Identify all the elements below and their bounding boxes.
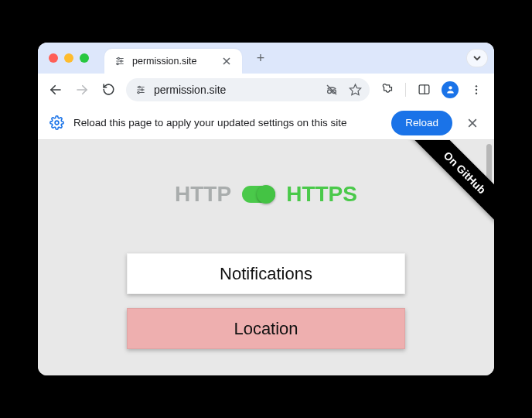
- forward-button[interactable]: [70, 78, 94, 101]
- back-button[interactable]: [44, 78, 67, 101]
- http-label[interactable]: HTTP: [175, 182, 231, 207]
- side-panel-button[interactable]: [412, 78, 435, 101]
- traffic-lights: [44, 53, 98, 63]
- svg-point-23: [476, 85, 477, 87]
- tab-close-button[interactable]: [220, 55, 233, 67]
- svg-point-25: [476, 92, 477, 94]
- browser-tab[interactable]: permission.site: [104, 49, 242, 74]
- infobar-message: Reload this page to apply your updated s…: [73, 117, 382, 128]
- gear-icon: [49, 115, 64, 131]
- separator: [405, 83, 406, 97]
- infobar-close-button[interactable]: [462, 112, 483, 134]
- page-viewport: On GitHub HTTP HTTPS Notifications Locat…: [38, 140, 494, 375]
- browser-window: permission.site +: [38, 43, 494, 375]
- svg-point-5: [117, 63, 118, 64]
- address-bar[interactable]: permission.site: [126, 78, 370, 101]
- svg-point-22: [448, 86, 452, 89]
- infobar-reload-button[interactable]: Reload: [391, 111, 452, 135]
- incognito-blocked-icon[interactable]: [322, 80, 342, 100]
- svg-point-3: [121, 60, 122, 62]
- svg-point-1: [118, 57, 119, 59]
- protocol-toggle-row: HTTP HTTPS: [53, 182, 479, 207]
- extensions-button[interactable]: [376, 78, 399, 101]
- window-close-button[interactable]: [49, 53, 58, 63]
- svg-point-13: [142, 88, 143, 90]
- location-button[interactable]: Location: [127, 308, 405, 349]
- new-tab-button[interactable]: +: [250, 47, 271, 69]
- svg-point-15: [138, 91, 139, 93]
- card-label: Notifications: [220, 264, 312, 284]
- window-zoom-button[interactable]: [80, 53, 89, 63]
- settings-infobar: Reload this page to apply your updated s…: [38, 106, 494, 140]
- svg-rect-20: [419, 85, 429, 94]
- tune-icon[interactable]: [134, 83, 148, 97]
- card-label: Location: [234, 319, 298, 339]
- svg-point-24: [476, 88, 477, 90]
- kebab-menu-button[interactable]: [465, 78, 488, 101]
- tab-title: permission.site: [132, 56, 214, 67]
- title-bar: permission.site +: [38, 43, 494, 74]
- svg-point-16: [328, 90, 332, 94]
- svg-point-11: [138, 86, 140, 87]
- tab-search-button[interactable]: [466, 49, 488, 67]
- bookmark-star-icon[interactable]: [345, 80, 365, 100]
- url-text: permission.site: [154, 84, 315, 96]
- svg-point-26: [55, 121, 59, 125]
- protocol-toggle[interactable]: [242, 186, 275, 203]
- profile-button[interactable]: [438, 78, 462, 101]
- https-label[interactable]: HTTPS: [286, 182, 357, 207]
- toolbar: permission.site: [38, 74, 494, 106]
- svg-marker-19: [350, 84, 360, 94]
- notifications-button[interactable]: Notifications: [127, 253, 405, 294]
- tune-icon: [114, 55, 126, 67]
- reload-button[interactable]: [97, 78, 120, 101]
- window-minimize-button[interactable]: [64, 53, 73, 63]
